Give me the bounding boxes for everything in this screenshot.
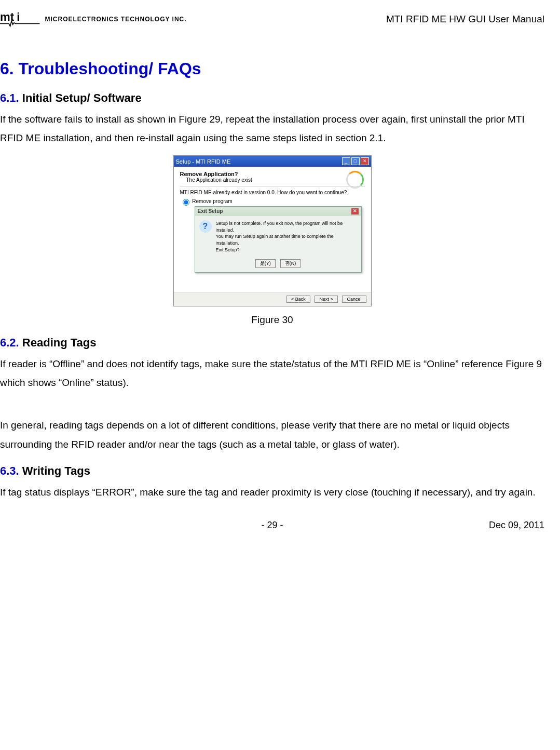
question-icon: ? [199, 220, 212, 233]
page-header: mt i MICROELECTRONICS TECHNOLOGY INC. MT… [0, 10, 544, 44]
window-title: Setup - MTI RFID ME [176, 158, 231, 165]
next-button[interactable]: Next > [315, 296, 337, 303]
logo-company-text: MICROELECTRONICS TECHNOLOGY INC. [45, 16, 187, 23]
svg-text:i: i [17, 10, 20, 23]
setup-window: Setup - MTI RFID ME _ □ ✕ Remove Applica… [173, 155, 372, 306]
dialog-line2: You may run Setup again at another time … [216, 233, 357, 246]
heading-num: 6.1. [0, 91, 19, 104]
heading-text: Writing Tags [22, 464, 90, 477]
figure-30: Setup - MTI RFID ME _ □ ✕ Remove Applica… [0, 155, 544, 326]
heading-61: 6.1. Initial Setup/ Software [0, 91, 544, 105]
remove-program-label: Remove program [192, 198, 232, 204]
dialog-close-icon[interactable]: ✕ [351, 208, 359, 215]
spinner-icon [346, 171, 364, 189]
paragraph-62-1: If reader is “Offline” and does not iden… [0, 355, 544, 392]
heading-63: 6.3. Writing Tags [0, 464, 544, 478]
paragraph-61: If the software fails to install as show… [0, 110, 544, 148]
yes-button[interactable]: 是(Y) [255, 259, 276, 268]
doc-title: MTI RFID ME HW GUI User Manual [386, 14, 544, 25]
heading-text: Reading Tags [22, 336, 97, 349]
cancel-button[interactable]: Cancel [342, 296, 366, 303]
maximize-icon[interactable]: □ [351, 157, 360, 165]
paragraph-62-2: In general, reading tags depends on a lo… [0, 416, 544, 453]
heading-num: 6.2. [0, 336, 19, 349]
back-button[interactable]: < Back [286, 296, 310, 303]
heading-62: 6.2. Reading Tags [0, 336, 544, 350]
figure-caption: Figure 30 [0, 314, 544, 326]
no-button[interactable]: 否(N) [280, 259, 301, 268]
dialog-title: Exit Setup [198, 208, 223, 215]
heading-num: 6.3. [0, 464, 19, 477]
minimize-icon[interactable]: _ [342, 157, 350, 165]
exit-setup-dialog: Exit Setup ✕ ? Setup is not complete. If… [195, 206, 362, 273]
remove-program-radio[interactable] [183, 199, 189, 206]
heading-text: Initial Setup/ Software [22, 91, 142, 104]
dialog-line1: Setup is not complete. If you exit now, … [216, 220, 357, 233]
paragraph-63: If tag status displays “ERROR”, make sur… [0, 483, 544, 502]
close-icon[interactable]: ✕ [361, 157, 369, 165]
dialog-line3: Exit Setup? [216, 247, 357, 253]
page-number: - 29 - [261, 520, 283, 531]
mti-logo-icon: mt i [0, 10, 40, 28]
exist-message: MTI RFID ME already exist in version 0.0… [180, 190, 365, 195]
logo-area: mt i MICROELECTRONICS TECHNOLOGY INC. [0, 10, 187, 28]
page-footer: - 29 - Dec 09, 2011 [0, 504, 544, 536]
window-titlebar: Setup - MTI RFID ME _ □ ✕ [174, 156, 371, 167]
svg-text:mt: mt [0, 10, 15, 23]
heading-chapter: 6. Troubleshooting/ FAQs [0, 59, 544, 78]
footer-date: Dec 09, 2011 [489, 520, 544, 531]
remove-question: Remove Application? [180, 171, 365, 177]
remove-sub: The Application already exist [186, 177, 365, 183]
